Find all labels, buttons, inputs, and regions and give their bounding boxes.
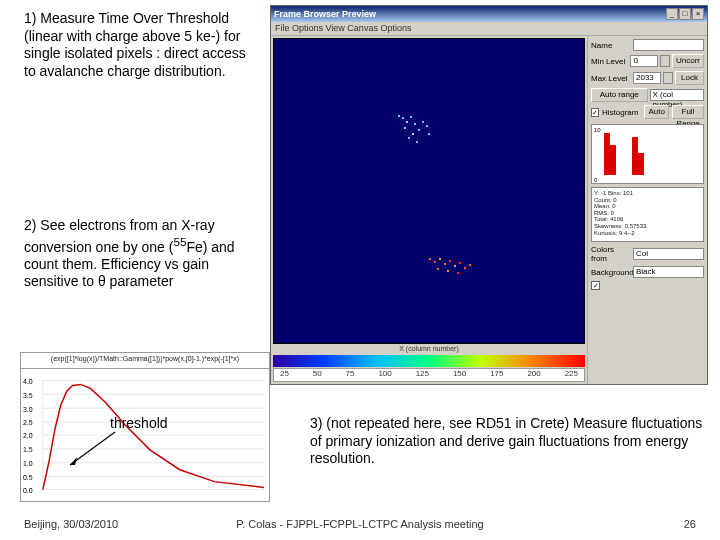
background-label: Background	[591, 268, 631, 277]
auto-button[interactable]: Auto	[644, 105, 668, 119]
stat-line: RMS: 0	[594, 210, 701, 217]
pixel-canvas[interactable]	[273, 38, 585, 344]
tick: 25	[280, 369, 289, 381]
uncorr-button[interactable]: Uncorr	[672, 54, 704, 68]
final-checkbox[interactable]: ✓	[591, 281, 600, 290]
paragraph-3: 3) (not repeated here, see RD51 in Crete…	[310, 415, 705, 468]
ytick: 4.0	[23, 378, 33, 385]
slide-number: 26	[684, 518, 696, 530]
fullrange-button[interactable]: Full Range	[672, 105, 704, 119]
ytick: 2.5	[23, 419, 33, 426]
tick: 200	[527, 369, 540, 381]
ytick: 1.0	[23, 460, 33, 467]
colorbar	[273, 355, 585, 367]
function-svg: 4.0 3.5 3.0 2.5 2.0 1.5 1.0 0.5 0.0	[21, 369, 269, 501]
maxlevel-input[interactable]: 2033	[633, 72, 661, 84]
colorsfrom-label: Colors from	[591, 245, 631, 263]
tick: 125	[416, 369, 429, 381]
close-button[interactable]: ×	[692, 8, 704, 20]
autorange-button[interactable]: Auto range	[591, 88, 648, 102]
lock-button[interactable]: Lock	[675, 71, 704, 85]
maximize-button[interactable]: □	[679, 8, 691, 20]
ytick: 2.0	[23, 432, 33, 439]
background-select[interactable]: Black	[633, 266, 704, 278]
ytick: 1.5	[23, 446, 33, 453]
frame-browser-window: Frame Browser Preview _ □ × File Options…	[270, 5, 708, 385]
xlabel-select[interactable]: X (col number)	[650, 89, 705, 101]
tick: 50	[313, 369, 322, 381]
window-titlebar[interactable]: Frame Browser Preview _ □ ×	[271, 6, 707, 22]
ytick: 0.5	[23, 474, 33, 481]
hist-y-tick: 10	[594, 127, 601, 133]
histogram-checkbox[interactable]: ✓	[591, 108, 599, 117]
histogram-label: Histogram	[602, 108, 638, 117]
minimize-button[interactable]: _	[666, 8, 678, 20]
x-axis-label: X (column number)	[273, 344, 585, 353]
ytick: 3.5	[23, 392, 33, 399]
stat-line: Count: 0	[594, 197, 701, 204]
hist-bar	[610, 145, 616, 175]
p2-sup: 55	[173, 235, 186, 248]
tick: 225	[565, 369, 578, 381]
threshold-annotation: threshold	[110, 415, 168, 431]
histogram-plot: 10 0	[591, 124, 704, 184]
stat-line: Mean: 0	[594, 203, 701, 210]
svg-line-10	[70, 432, 115, 465]
paragraph-1: 1) Measure Time Over Threshold (linear w…	[24, 10, 254, 80]
stat-line: Kurtosis: 9.4--2	[594, 230, 701, 237]
window-controls: _ □ ×	[666, 8, 704, 20]
sidebar-panel: Name Min Level0Uncorr Max Level2033Lock …	[587, 36, 707, 384]
maxlevel-label: Max Level	[591, 74, 631, 83]
name-input[interactable]	[633, 39, 704, 51]
tick: 75	[346, 369, 355, 381]
footer-meeting: P. Colas - FJPPL-FCPPL-LCTPC Analysis me…	[0, 518, 720, 530]
stat-line: Skewness: 0.57533	[594, 223, 701, 230]
tick: 150	[453, 369, 466, 381]
function-canvas: 4.0 3.5 3.0 2.5 2.0 1.5 1.0 0.5 0.0	[21, 369, 269, 501]
x-axis-ticks: 255075100125150175200225	[273, 368, 585, 382]
menu-bar[interactable]: File Options View Canvas Options	[271, 22, 707, 36]
paragraph-2: 2) See electrons from an X-ray conversio…	[24, 217, 264, 291]
function-formula: (exp([1]*log(x))/TMath::Gamma([1]))*pow(…	[21, 353, 269, 369]
hist-x0-tick: 0	[594, 177, 597, 183]
name-label: Name	[591, 41, 631, 50]
ytick: 0.0	[23, 487, 33, 494]
minlevel-label: Min Level	[591, 57, 628, 66]
minlevel-spinner[interactable]	[660, 55, 670, 67]
window-title: Frame Browser Preview	[274, 9, 376, 19]
stat-line: Y: -1 Bins: 101	[594, 190, 701, 197]
stats-box: Y: -1 Bins: 101 Count: 0 Mean: 0 RMS: 0 …	[591, 187, 704, 242]
colorsfrom-select[interactable]: Col	[633, 248, 704, 260]
tick: 175	[490, 369, 503, 381]
stat-line: Total: 4106	[594, 216, 701, 223]
maxlevel-spinner[interactable]	[663, 72, 673, 84]
tick: 100	[378, 369, 391, 381]
hist-bar	[638, 153, 644, 175]
minlevel-input[interactable]: 0	[630, 55, 658, 67]
canvas-area: X (column number) 2550751001251501752002…	[271, 36, 587, 384]
threshold-arrow-icon	[65, 430, 125, 470]
ytick: 3.0	[23, 406, 33, 413]
